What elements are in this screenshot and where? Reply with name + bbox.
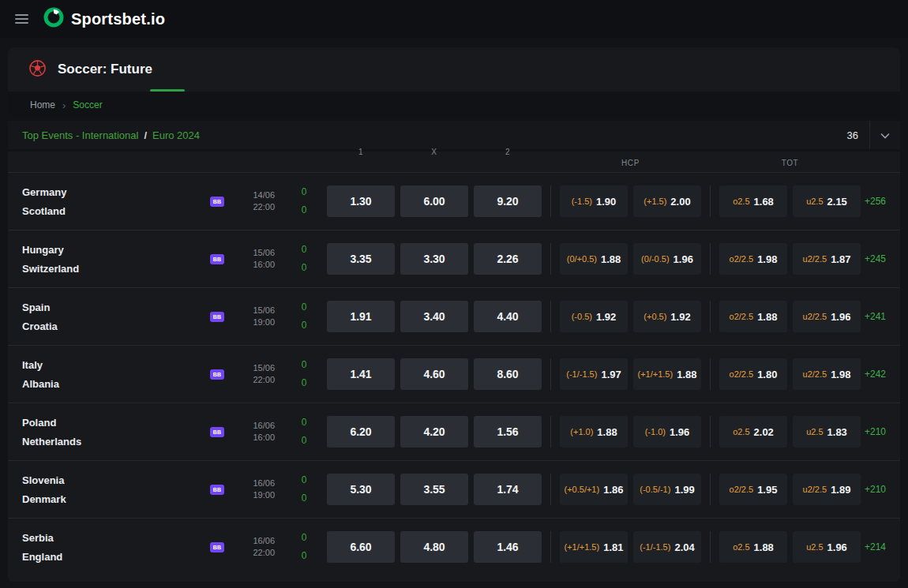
match-time: 22:00 bbox=[231, 547, 275, 559]
match-teams[interactable]: Italy Albania bbox=[22, 359, 210, 390]
odds-button-2[interactable]: 1.56 bbox=[474, 416, 542, 448]
hcp-away-button[interactable]: (-0.5/-1) 1.99 bbox=[633, 474, 701, 505]
hcp-home-button[interactable]: (0/+0.5) 1.88 bbox=[560, 243, 628, 275]
odds-button-1[interactable]: 5.30 bbox=[327, 474, 395, 505]
breadcrumb-soccer[interactable]: Soccer bbox=[73, 99, 102, 110]
odds-button-2[interactable]: 1.74 bbox=[474, 474, 542, 505]
away-team-name[interactable]: Scotland bbox=[22, 205, 210, 217]
hcp-home-button[interactable]: (+0.5/+1) 1.86 bbox=[560, 474, 628, 505]
away-team-name[interactable]: Netherlands bbox=[22, 436, 210, 448]
match-teams[interactable]: Hungary Switzerland bbox=[22, 244, 210, 275]
hcp-home-button[interactable]: (+1/+1.5) 1.81 bbox=[560, 531, 628, 563]
odds-button-x[interactable]: 4.80 bbox=[400, 531, 468, 563]
menu-icon[interactable] bbox=[13, 10, 31, 28]
total-over-button[interactable]: o2/2.5 1.95 bbox=[719, 474, 787, 505]
home-score: 0 bbox=[294, 414, 314, 432]
total-under-button[interactable]: u2/2.5 1.98 bbox=[793, 358, 861, 390]
match-teams[interactable]: Serbia England bbox=[22, 532, 210, 563]
total-under-button[interactable]: u2.5 1.96 bbox=[793, 531, 861, 563]
total-odds-group: o2.5 1.88 u2.5 1.96 bbox=[719, 531, 861, 563]
hcp-home-button[interactable]: (-0.5) 1.92 bbox=[560, 301, 628, 332]
odds-button-1[interactable]: 6.20 bbox=[327, 416, 395, 448]
total-over-button[interactable]: o2.5 1.68 bbox=[719, 185, 787, 217]
total-over-button[interactable]: o2/2.5 1.98 bbox=[719, 243, 787, 275]
hcp-home-button[interactable]: (-1/-1.5) 1.97 bbox=[560, 358, 628, 390]
odds-button-x[interactable]: 4.60 bbox=[400, 358, 468, 390]
odds-button-1[interactable]: 3.35 bbox=[327, 243, 395, 275]
total-over-line: o2.5 bbox=[733, 542, 749, 552]
total-under-button[interactable]: u2/2.5 1.87 bbox=[793, 243, 861, 275]
match-datetime: 15/06 22:00 bbox=[231, 362, 275, 386]
match-time: 19:00 bbox=[231, 489, 275, 501]
total-under-button[interactable]: u2.5 2.15 bbox=[793, 185, 861, 217]
match-teams[interactable]: Germany Scotland bbox=[22, 186, 210, 217]
odds-button-2[interactable]: 2.26 bbox=[474, 243, 542, 275]
home-team-name[interactable]: Hungary bbox=[22, 244, 210, 256]
match-teams[interactable]: Slovenia Denmark bbox=[22, 474, 210, 505]
away-team-name[interactable]: Switzerland bbox=[22, 263, 210, 275]
total-over-button[interactable]: o2/2.5 1.80 bbox=[719, 358, 787, 390]
more-markets-count[interactable]: +214 bbox=[865, 541, 886, 552]
hcp-away-button[interactable]: (-1/-1.5) 2.04 bbox=[633, 531, 701, 563]
home-team-name[interactable]: Poland bbox=[22, 417, 210, 429]
hcp-away-button[interactable]: (-1.0) 1.96 bbox=[633, 416, 701, 448]
odds-button-2[interactable]: 8.60 bbox=[474, 358, 542, 390]
hcp-away-button[interactable]: (+0.5) 1.92 bbox=[633, 301, 701, 332]
odds-button-1[interactable]: 1.91 bbox=[327, 301, 395, 332]
home-team-name[interactable]: Slovenia bbox=[22, 474, 210, 486]
total-over-button[interactable]: o2.5 2.02 bbox=[719, 416, 787, 448]
home-team-name[interactable]: Serbia bbox=[22, 532, 210, 544]
home-team-name[interactable]: Germany bbox=[22, 186, 210, 198]
group-divider bbox=[550, 531, 551, 563]
away-team-name[interactable]: England bbox=[22, 551, 210, 563]
away-team-name[interactable]: Denmark bbox=[22, 493, 210, 505]
odds-button-1[interactable]: 1.30 bbox=[327, 185, 395, 217]
home-team-name[interactable]: Italy bbox=[22, 359, 210, 371]
odds-button-x[interactable]: 3.40 bbox=[400, 301, 468, 332]
more-markets-count[interactable]: +245 bbox=[865, 253, 886, 264]
page-title: Soccer: Future bbox=[58, 62, 152, 77]
bet-builder-badge: BB bbox=[210, 427, 224, 437]
more-markets-count[interactable]: +241 bbox=[865, 311, 886, 322]
collapse-toggle[interactable] bbox=[870, 121, 900, 149]
badge-cell: BB bbox=[210, 254, 231, 264]
odds-button-2[interactable]: 1.46 bbox=[474, 531, 542, 563]
odds-button-x[interactable]: 3.55 bbox=[400, 474, 468, 505]
breadcrumb-home[interactable]: Home bbox=[30, 99, 55, 110]
odds-button-x[interactable]: 3.30 bbox=[400, 243, 468, 275]
competition-filter-label[interactable]: Top Events - International / Euro 2024 bbox=[22, 129, 200, 141]
more-markets-count[interactable]: +256 bbox=[865, 196, 886, 207]
odds-button-2[interactable]: 9.20 bbox=[474, 185, 542, 217]
hcp-away-line: (-0.5/-1) bbox=[640, 485, 670, 494]
odds-button-1[interactable]: 1.41 bbox=[327, 358, 395, 390]
odds-button-x[interactable]: 4.20 bbox=[400, 416, 468, 448]
odds-button-2[interactable]: 4.40 bbox=[474, 301, 542, 332]
hcp-home-button[interactable]: (-1.5) 1.90 bbox=[560, 185, 628, 217]
more-markets-count[interactable]: +242 bbox=[865, 369, 886, 380]
more-markets-count[interactable]: +210 bbox=[865, 484, 886, 495]
match-time: 16:00 bbox=[231, 432, 275, 444]
away-team-name[interactable]: Croatia bbox=[22, 320, 210, 332]
total-over-button[interactable]: o2/2.5 1.88 bbox=[719, 301, 787, 332]
odds-button-x[interactable]: 6.00 bbox=[400, 185, 468, 217]
hcp-away-button[interactable]: (0/-0.5) 1.96 bbox=[633, 243, 701, 275]
away-score: 0 bbox=[294, 432, 314, 450]
group-divider bbox=[710, 185, 711, 217]
hcp-home-button[interactable]: (+1.0) 1.88 bbox=[560, 416, 628, 448]
total-under-button[interactable]: u2.5 1.83 bbox=[793, 416, 861, 448]
match-teams[interactable]: Spain Croatia bbox=[22, 301, 210, 332]
away-team-name[interactable]: Albania bbox=[22, 378, 210, 390]
total-over-button[interactable]: o2.5 1.88 bbox=[719, 531, 787, 563]
more-markets-count[interactable]: +210 bbox=[865, 426, 886, 437]
match-teams[interactable]: Poland Netherlands bbox=[22, 417, 210, 448]
hcp-away-button[interactable]: (+1/+1.5) 1.88 bbox=[633, 358, 701, 390]
brand-logo[interactable]: Sportsbet.io bbox=[43, 7, 165, 31]
odds-button-1[interactable]: 6.60 bbox=[327, 531, 395, 563]
home-team-name[interactable]: Spain bbox=[22, 301, 210, 313]
filter-category[interactable]: Top Events - International bbox=[22, 129, 138, 141]
match-time: 19:00 bbox=[231, 316, 275, 328]
total-under-button[interactable]: u2/2.5 1.89 bbox=[793, 474, 861, 505]
hcp-away-button[interactable]: (+1.5) 2.00 bbox=[633, 185, 701, 217]
total-under-button[interactable]: u2/2.5 1.96 bbox=[793, 301, 861, 332]
filter-competition[interactable]: Euro 2024 bbox=[152, 129, 200, 141]
